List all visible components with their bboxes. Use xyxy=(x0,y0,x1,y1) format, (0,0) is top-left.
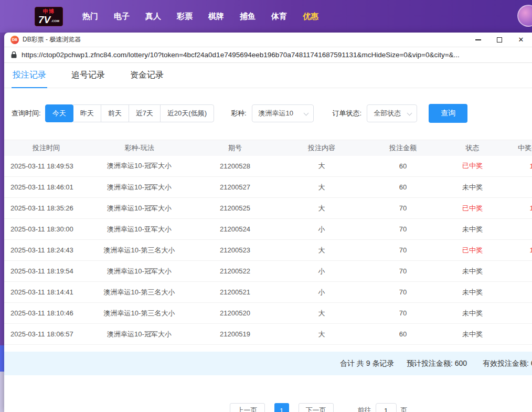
nav-item-6[interactable]: 捕鱼 xyxy=(232,7,263,26)
time-option-5[interactable]: 近20天(低频) xyxy=(160,104,214,122)
browser-urlbar[interactable]: https://ctop02pchwp1.zfnc84.com/lottery/… xyxy=(4,47,532,63)
content-cell: 小 xyxy=(280,219,364,240)
column-header: 期号 xyxy=(190,140,280,156)
column-header: 中奖金额 xyxy=(503,140,532,156)
expected-bet-amount: 预计投注金额: 600 xyxy=(407,359,467,368)
status-cell: 未中奖 xyxy=(442,261,503,282)
nav-item-4[interactable]: 彩票 xyxy=(169,7,200,26)
column-header: 状态 xyxy=(442,140,503,156)
bet-time-cell: 2025-03-11 18:35:26 xyxy=(4,198,88,219)
current-page[interactable]: 1 xyxy=(274,403,289,412)
status-select[interactable]: 全部状态 xyxy=(367,104,417,122)
status-cell: 未中奖 xyxy=(442,324,503,345)
record-tabs: 投注记录追号记录资金记录 xyxy=(4,63,532,88)
content-cell: 大 xyxy=(280,240,364,261)
game-cell: 澳洲幸运10-冠军大小 xyxy=(88,177,190,198)
table-row: 2025-03-11 18:46:01 澳洲幸运10-冠军大小 21200527… xyxy=(4,177,532,198)
amount-cell: 70 xyxy=(364,240,442,261)
status-cell: 未中奖 xyxy=(442,219,503,240)
search-button[interactable]: 查询 xyxy=(429,104,467,123)
nav-item-7[interactable]: 体育 xyxy=(263,7,295,26)
issue-cell: 21200521 xyxy=(190,282,280,303)
time-option-2[interactable]: 昨天 xyxy=(73,104,101,122)
site-favicon-icon: DB xyxy=(10,36,19,44)
prize-cell xyxy=(503,261,532,282)
nav-item-5[interactable]: 棋牌 xyxy=(200,7,232,26)
bet-time-cell: 2025-03-11 18:30:00 xyxy=(4,219,88,240)
time-option-1[interactable]: 今天 xyxy=(45,104,73,122)
issue-cell: 21200528 xyxy=(190,156,280,177)
status-cell: 未中奖 xyxy=(442,282,503,303)
goto-page-input[interactable] xyxy=(376,403,397,412)
summary-bar: 合计 共 9 条记录 预计投注金额: 600 有效投注金额: 600 xyxy=(4,352,532,375)
time-option-4[interactable]: 近7天 xyxy=(129,104,161,122)
column-header: 投注内容 xyxy=(280,140,364,156)
nav-item-1[interactable]: 热门 xyxy=(75,7,106,26)
minimize-icon xyxy=(475,39,481,40)
table-header-row: 投注时间彩种-玩法期号投注内容投注金额状态中奖金额 xyxy=(4,140,532,156)
status-select-value: 全部状态 xyxy=(374,109,401,118)
prize-cell xyxy=(503,303,532,324)
tab-2[interactable]: 追号记录 xyxy=(70,63,106,88)
time-option-3[interactable]: 前天 xyxy=(101,104,129,122)
content-cell: 大 xyxy=(280,198,364,219)
prev-page-button[interactable]: 上一页 xyxy=(230,403,265,412)
maximize-icon xyxy=(497,37,502,43)
logo-text-top: 申博 xyxy=(38,9,59,14)
nav-item-3[interactable]: 真人 xyxy=(137,7,169,26)
main-nav: 热门电子真人彩票棋牌捕鱼体育优惠 xyxy=(75,7,326,26)
nav-item-2[interactable]: 电子 xyxy=(106,7,137,26)
lottery-select[interactable]: 澳洲幸运10 xyxy=(252,104,314,122)
table-body: 2025-03-11 18:49:53 澳洲幸运10-冠军大小 21200528… xyxy=(4,156,532,345)
amount-cell: 60 xyxy=(364,177,442,198)
table-row: 2025-03-11 18:35:26 澳洲幸运10-冠军大小 21200525… xyxy=(4,198,532,219)
bet-time-cell: 2025-03-11 18:46:01 xyxy=(4,177,88,198)
content-cell: 大 xyxy=(280,156,364,177)
status-cell: 已中奖 xyxy=(442,198,503,219)
time-filter-label: 查询时间: xyxy=(12,109,41,118)
prize-cell: 1 xyxy=(503,156,532,177)
prize-cell: 1 xyxy=(503,240,532,261)
bet-records-table: 投注时间彩种-玩法期号投注内容投注金额状态中奖金额 2025-03-11 18:… xyxy=(4,140,532,345)
window-controls: ✕ xyxy=(474,33,525,47)
lottery-select-value: 澳洲幸运10 xyxy=(259,109,293,118)
prize-cell xyxy=(503,219,532,240)
site-logo[interactable]: 申博 7V.COM xyxy=(35,7,63,26)
url-text[interactable]: https://ctop02pchwp1.zfnc84.com/lottery/… xyxy=(22,51,460,59)
lottery-filter-label: 彩种: xyxy=(231,109,247,118)
nav-item-8[interactable]: 优惠 xyxy=(295,7,326,26)
close-button[interactable]: ✕ xyxy=(517,36,525,44)
maximize-button[interactable] xyxy=(496,36,503,44)
tab-1[interactable]: 投注记录 xyxy=(12,63,47,88)
game-cell: 澳洲幸运10-第三名大小 xyxy=(88,282,190,303)
time-filter-group: 今天昨天前天近7天近20天(低频) xyxy=(45,104,214,122)
table-row: 2025-03-11 18:24:43 澳洲幸运10-第三名大小 2120052… xyxy=(4,240,532,261)
table-row: 2025-03-11 18:14:41 澳洲幸运10-第三名大小 2120052… xyxy=(4,282,532,303)
table-row: 2025-03-11 18:49:53 澳洲幸运10-冠军大小 21200528… xyxy=(4,156,532,177)
table-row: 2025-03-11 18:06:57 澳洲幸运10-冠军大小 21200519… xyxy=(4,324,532,345)
minimize-button[interactable] xyxy=(474,36,482,44)
chevron-down-icon xyxy=(407,111,412,116)
content-cell: 大 xyxy=(280,177,364,198)
issue-cell: 21200519 xyxy=(190,324,280,345)
amount-cell: 60 xyxy=(364,324,442,345)
game-cell: 澳洲幸运10-第三名大小 xyxy=(88,240,190,261)
column-header: 投注时间 xyxy=(4,140,88,156)
next-page-button[interactable]: 下一页 xyxy=(299,403,334,412)
column-header: 投注金额 xyxy=(364,140,442,156)
user-avatar[interactable] xyxy=(517,5,532,27)
column-header: 彩种-玩法 xyxy=(88,140,190,156)
goto-label: 前往 xyxy=(358,406,371,412)
bet-time-cell: 2025-03-11 18:14:41 xyxy=(4,282,88,303)
status-cell: 未中奖 xyxy=(442,303,503,324)
tab-3[interactable]: 资金记录 xyxy=(129,63,165,88)
game-cell: 澳洲幸运10-亚军大小 xyxy=(88,219,190,240)
site-header: 申博 7V.COM 热门电子真人彩票棋牌捕鱼体育优惠 xyxy=(0,0,532,33)
logo-text-suffix: .COM xyxy=(51,19,59,23)
page-left-strip-light xyxy=(0,372,4,412)
pagination: 上一页 1 下一页 前往 页 xyxy=(55,403,532,412)
record-count: 合计 共 9 条记录 xyxy=(340,359,394,368)
prize-cell xyxy=(503,177,532,198)
game-cell: 澳洲幸运10-冠军大小 xyxy=(88,324,190,345)
table-row: 2025-03-11 18:10:46 澳洲幸运10-第三名大小 2120052… xyxy=(4,303,532,324)
